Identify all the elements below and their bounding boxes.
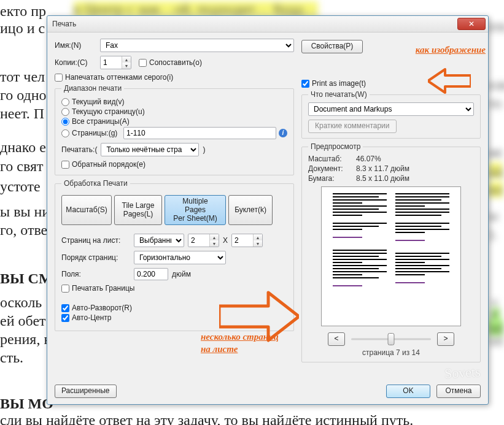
bg-blur: оп (488, 332, 503, 349)
grid-x-input[interactable] (188, 234, 209, 247)
range-pages-radio[interactable] (61, 129, 69, 137)
print-range-group: Диапазон печати Текущий вид(v) Текущую с… (55, 84, 294, 175)
preview-next-button[interactable]: > (437, 332, 454, 346)
preview-paper-value: 8.5 x 11.0 дюйм (356, 174, 474, 183)
range-current-page-label: Текущую страницу(u) (72, 107, 145, 116)
info-icon[interactable]: i (279, 129, 287, 137)
spin-up-icon[interactable]: ▲ (254, 234, 262, 240)
what-to-print-select[interactable]: Document and Markups (308, 102, 474, 116)
preview-prev-button[interactable]: < (328, 332, 345, 346)
tile-button[interactable]: Tile Large Pages(L) (114, 195, 162, 225)
multiple-pages-button[interactable]: Multiple Pages Per Sheet(M) (165, 195, 226, 225)
bg-text: го, отве (0, 222, 47, 239)
bg-text: рения, н (0, 331, 52, 348)
bg-blur: ). (488, 226, 497, 242)
preview-doc-label: Документ: (308, 164, 356, 173)
annotation-multi-2: на листе (201, 344, 238, 354)
print-range-legend: Диапазон печати (61, 84, 124, 93)
spin-down-icon[interactable]: ▼ (254, 240, 262, 247)
bg-blur: еле (488, 77, 504, 93)
print-subset-label: Печатать:( (61, 145, 97, 154)
bg-text: сли вы найдёте ответ на эту задачу, то в… (0, 412, 413, 425)
dialog-title: Печать (52, 20, 457, 28)
bg-text: ей обет (0, 313, 46, 329)
range-current-view-radio[interactable] (61, 98, 69, 106)
grid-y-input[interactable] (232, 234, 253, 247)
reverse-checkbox[interactable] (61, 161, 69, 169)
annotation-as-image: как изображение (416, 45, 486, 55)
bg-text: ицо и с (0, 20, 45, 37)
margins-input[interactable] (134, 268, 168, 280)
print-dialog: Печать ✕ Имя:(N) Fax Копии:(C) ▲▼ (47, 15, 489, 405)
cancel-button[interactable]: Отмена (436, 385, 481, 398)
auto-rotate-checkbox[interactable] (61, 304, 69, 312)
pages-input[interactable] (123, 127, 276, 139)
spin-up-icon[interactable]: ▲ (210, 234, 219, 240)
print-borders-checkbox[interactable] (61, 285, 69, 293)
bg-blur: ете (488, 18, 504, 35)
page-handling-legend: Обработка Печати (61, 179, 130, 188)
bg-text: тот чел (0, 69, 45, 85)
collate-checkbox[interactable] (139, 59, 147, 67)
auto-center-label: Авто-Центр (72, 313, 112, 322)
auto-rotate-label: Авто-Разворот(R) (72, 304, 132, 312)
preview-legend: Предпросмотр (308, 142, 363, 151)
print-as-image-checkbox[interactable] (301, 80, 309, 88)
copies-input[interactable] (101, 56, 122, 69)
collate-label: Сопоставить(o) (149, 58, 202, 67)
grid-x-spinner[interactable]: ▲▼ (188, 234, 219, 247)
pages-per-sheet-label: Страниц на лист: (61, 236, 130, 245)
x-separator: X (223, 236, 228, 245)
copies-spinner[interactable]: ▲▼ (100, 56, 131, 69)
ok-button[interactable]: OK (386, 385, 430, 398)
advanced-button[interactable]: Расширенные (55, 385, 117, 398)
bg-blur: но (488, 182, 503, 198)
range-current-page-radio[interactable] (61, 108, 69, 116)
bg-text: неет. П (0, 105, 44, 122)
preview-canvas (321, 186, 461, 326)
scale-button[interactable]: Масштаб(S) (61, 195, 112, 225)
booklet-button[interactable]: Буклет(k) (228, 195, 273, 225)
copies-label: Копии:(C) (55, 58, 96, 67)
print-subset-select[interactable]: Только нечётные стра (101, 143, 199, 156)
bg-blur: ие (488, 144, 503, 161)
preview-scale-value: 46.07% (356, 155, 474, 163)
auto-center-checkbox[interactable] (61, 314, 69, 322)
bg-blur: то (488, 95, 502, 112)
bg-text: го одно (0, 87, 47, 104)
margins-unit: дюйм (172, 270, 191, 278)
range-pages-label: Страницы:(g) (72, 129, 121, 137)
preview-slider[interactable] (351, 333, 431, 345)
summary-comments-button: Краткие комментарии (308, 120, 397, 133)
grid-y-spinner[interactable]: ▲▼ (231, 234, 263, 247)
print-as-image-label: Print as image(t) (312, 79, 366, 88)
page-order-select[interactable]: Горизонтально (134, 251, 226, 264)
spin-down-icon[interactable]: ▼ (210, 240, 219, 247)
grayscale-label: Напечатать оттенками серого(i) (65, 73, 173, 82)
bg-blur: дд (488, 163, 503, 179)
printer-select[interactable]: Fax (100, 39, 294, 52)
page-order-label: Порядк страниц: (61, 253, 130, 262)
close-button[interactable]: ✕ (457, 18, 486, 30)
arrow-left-icon (428, 68, 471, 94)
range-current-view-label: Текущий вид(v) (72, 98, 124, 106)
close-icon: ✕ (468, 20, 475, 28)
bg-text: днако е (0, 139, 46, 156)
spin-up-icon[interactable]: ▲ (122, 56, 131, 63)
page-indicator: страница 7 из 14 (308, 348, 474, 357)
preview-paper-label: Бумага: (308, 174, 356, 183)
range-all-pages-radio[interactable] (61, 118, 69, 126)
bg-text: ВЫ СМ (0, 270, 53, 287)
spin-down-icon[interactable]: ▼ (122, 63, 131, 69)
bg-text: осколь (0, 294, 42, 311)
name-label: Имя:(N) (55, 41, 96, 50)
bg-text: ВЫ МО (0, 396, 53, 412)
grayscale-checkbox[interactable] (55, 74, 63, 82)
bg-text: ы вы ни (0, 204, 50, 220)
pages-per-sheet-select[interactable]: Выбранны (134, 234, 184, 247)
titlebar: Печать ✕ (47, 16, 488, 33)
preview-doc-value: 8.3 x 11.7 дюйм (356, 164, 474, 173)
slider-thumb-icon[interactable] (388, 333, 395, 345)
bg-text: го свят (0, 158, 43, 175)
properties-button[interactable]: Свойства(P) (301, 40, 363, 53)
